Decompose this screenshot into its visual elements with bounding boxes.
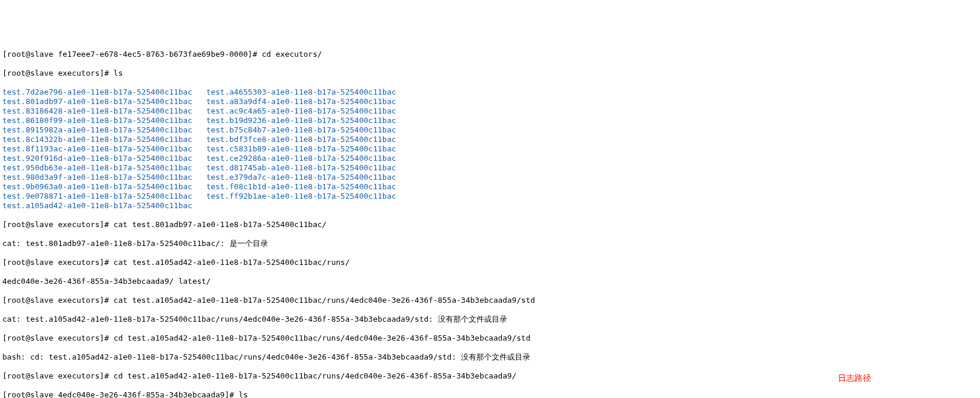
terminal-line: cat: test.801adb97-a1e0-11e8-b17a-525400… xyxy=(2,239,978,248)
command-text: cd test.a105ad42-a1e0-11e8-b17a-525400c1… xyxy=(114,371,517,380)
directory-entry: test.950db63e-a1e0-11e8-b17a-525400c11ba… xyxy=(2,163,192,172)
terminal-line: bash: cd: test.a105ad42-a1e0-11e8-b17a-5… xyxy=(2,352,978,362)
directory-entry: test.a4655303-a1e0-11e8-b17a-525400c11ba… xyxy=(206,88,396,96)
directory-entry: test.c5831b89-a1e0-11e8-b17a-525400c11ba… xyxy=(206,144,396,153)
directory-entry: test.a105ad42-a1e0-11e8-b17a-525400c11ba… xyxy=(2,201,192,210)
terminal-line: [root@slave executors]# cd test.a105ad42… xyxy=(2,334,978,343)
file-listing: test.7d2ae796-a1e0-11e8-b17a-525400c11ba… xyxy=(2,88,978,211)
directory-entry: test.f08c1b1d-a1e0-11e8-b17a-525400c11ba… xyxy=(206,182,396,191)
directory-entry: test.d81745ab-a1e0-11e8-b17a-525400c11ba… xyxy=(206,163,396,172)
directory-entry: test.9e078871-a1e0-11e8-b17a-525400c11ba… xyxy=(2,192,192,200)
directory-entry: test.ff92b1ae-a1e0-11e8-b17a-525400c11ba… xyxy=(206,192,396,200)
directory-entry: test.a83a9df4-a1e0-11e8-b17a-525400c11ba… xyxy=(206,97,396,106)
directory-entry: test.bdf3fce8-a1e0-11e8-b17a-525400c11ba… xyxy=(206,135,396,144)
command-text: cat test.a105ad42-a1e0-11e8-b17a-525400c… xyxy=(114,258,350,267)
directory-entry: test.e379da7c-a1e0-11e8-b17a-525400c11ba… xyxy=(206,173,396,182)
command-text: cd test.a105ad42-a1e0-11e8-b17a-525400c1… xyxy=(114,334,530,342)
shell-prompt: [root@slave executors]# xyxy=(2,69,114,77)
directory-entry: test.ce29286a-a1e0-11e8-b17a-525400c11ba… xyxy=(206,154,396,163)
directory-entry: test.7d2ae796-a1e0-11e8-b17a-525400c11ba… xyxy=(2,88,192,96)
directory-entry: test.920f916d-a1e0-11e8-b17a-525400c11ba… xyxy=(2,154,192,163)
command-text: ls xyxy=(238,390,248,398)
directory-entry: test.8915982a-a1e0-11e8-b17a-525400c11ba… xyxy=(2,125,192,134)
command-text: cd executors/ xyxy=(262,50,322,59)
directory-entry: test.b75c84b7-a1e0-11e8-b17a-525400c11ba… xyxy=(206,125,396,134)
command-text: cat test.a105ad42-a1e0-11e8-b17a-525400c… xyxy=(114,296,535,305)
shell-prompt: [root@slave executors]# xyxy=(2,220,114,229)
terminal-output[interactable]: [root@slave fe17eee7-e678-4ec5-8763-b673… xyxy=(2,40,978,398)
terminal-line: [root@slave 4edc040e-3e26-436f-855a-34b3… xyxy=(2,390,978,398)
terminal-line: cat: test.a105ad42-a1e0-11e8-b17a-525400… xyxy=(2,315,978,324)
terminal-line: [root@slave executors]# cd test.a105ad42… xyxy=(2,371,978,381)
directory-entry: test.9b0963a0-a1e0-11e8-b17a-525400c11ba… xyxy=(2,182,192,191)
shell-prompt: [root@slave executors]# xyxy=(2,334,114,342)
shell-prompt: [root@slave fe17eee7-e678-4ec5-8763-b673… xyxy=(2,50,262,59)
directory-entry: test.801adb97-a1e0-11e8-b17a-525400c11ba… xyxy=(2,97,192,106)
terminal-line: [root@slave executors]# cat test.a105ad4… xyxy=(2,296,978,305)
shell-prompt: [root@slave executors]# xyxy=(2,371,114,380)
terminal-line: [root@slave executors]# cat test.a105ad4… xyxy=(2,258,978,267)
command-text: ls xyxy=(114,69,123,77)
directory-entry: test.8c14322b-a1e0-11e8-b17a-525400c11ba… xyxy=(2,135,192,144)
directory-entry: test.980d3a9f-a1e0-11e8-b17a-525400c11ba… xyxy=(2,173,192,182)
directory-entry: test.ac9c4a65-a1e0-11e8-b17a-525400c11ba… xyxy=(206,106,396,115)
shell-prompt: [root@slave executors]# xyxy=(2,296,114,305)
directory-entry: test.83186428-a1e0-11e8-b17a-525400c11ba… xyxy=(2,106,192,115)
shell-prompt: [root@slave executors]# xyxy=(2,258,114,267)
annotation-label: 日志路径 xyxy=(838,373,871,383)
terminal-line: [root@slave executors]# cat test.801adb9… xyxy=(2,220,978,229)
directory-entry: test.86180f99-a1e0-11e8-b17a-525400c11ba… xyxy=(2,116,192,125)
terminal-line: [root@slave fe17eee7-e678-4ec5-8763-b673… xyxy=(2,50,978,59)
shell-prompt: [root@slave 4edc040e-3e26-436f-855a-34b3… xyxy=(2,390,238,398)
terminal-line: 4edc040e-3e26-436f-855a-34b3ebcaada9/ la… xyxy=(2,277,978,286)
terminal-line: [root@slave executors]# ls xyxy=(2,69,978,78)
directory-entry: test.8f1193ac-a1e0-11e8-b17a-525400c11ba… xyxy=(2,144,192,153)
command-text: cat test.801adb97-a1e0-11e8-b17a-525400c… xyxy=(114,220,327,229)
directory-entry: test.b19d9236-a1e0-11e8-b17a-525400c11ba… xyxy=(206,116,396,125)
